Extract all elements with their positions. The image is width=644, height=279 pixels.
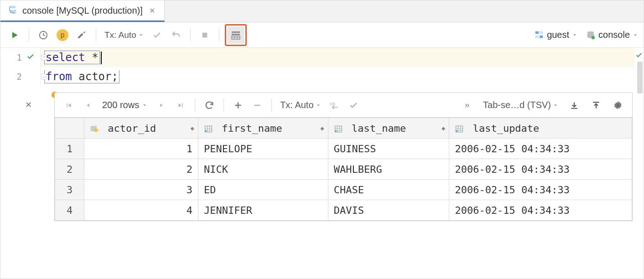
cell-last-update[interactable]: 2006-02-15 04:34:33 — [449, 139, 632, 159]
table-row[interactable]: 33EDCHASE2006-02-15 04:34:33 — [55, 180, 632, 200]
column-icon — [334, 124, 343, 134]
tx-mode-dropdown[interactable]: Tx: Auto — [102, 30, 146, 40]
stop-button[interactable] — [196, 26, 213, 44]
svg-point-26 — [205, 130, 207, 132]
column-name: actor_id — [108, 123, 156, 134]
export-format-label: Tab-se…d (TSV) — [483, 100, 551, 110]
table-settings-button[interactable] — [609, 97, 627, 114]
cell-first-name[interactable]: PENELOPE — [198, 139, 328, 159]
in-editor-results-toggle[interactable] — [225, 24, 247, 46]
cell-last-update[interactable]: 2006-02-15 04:34:33 — [449, 200, 632, 221]
cell-last-update[interactable]: 2006-02-15 04:34:33 — [449, 159, 632, 180]
fold-handle-icon[interactable] — [41, 54, 47, 62]
main-toolbar: p Tx: Auto guest — [0, 22, 644, 48]
separator — [271, 99, 272, 112]
tab-console[interactable]: console [MySQL (production)] ✕ — [0, 0, 165, 22]
row-number: 2 — [55, 159, 84, 180]
import-button[interactable] — [587, 97, 605, 114]
cell-last-update[interactable]: 2006-02-15 04:34:33 — [449, 180, 632, 200]
close-results-button[interactable]: ✕ — [25, 100, 32, 110]
check-icon — [26, 52, 35, 62]
first-page-button[interactable] — [60, 97, 78, 114]
chevron-down-icon — [142, 103, 147, 108]
cell-last-name[interactable]: DAVIS — [328, 200, 449, 221]
rows-count-label: 200 rows — [102, 100, 139, 110]
svg-rect-11 — [540, 35, 543, 38]
results-tx-dropdown[interactable]: Tx: Auto — [277, 100, 323, 110]
svg-rect-2 — [232, 31, 240, 33]
editor-gutter: 1 2 — [0, 48, 41, 86]
settings-button[interactable] — [73, 26, 90, 44]
export-button[interactable] — [566, 97, 583, 114]
parameters-button[interactable]: p — [54, 26, 71, 44]
code-line[interactable]: from actor; — [41, 67, 644, 86]
cell-last-name[interactable]: WAHLBERG — [328, 159, 449, 180]
cell-first-name[interactable]: NICK — [198, 159, 328, 180]
column-header-last-name[interactable]: last_name ◆ — [328, 118, 449, 139]
svg-point-38 — [456, 130, 457, 132]
last-page-button[interactable] — [172, 97, 189, 114]
table-row[interactable]: 11PENELOPEGUINESS2006-02-15 04:34:33 — [55, 139, 632, 159]
svg-point-13 — [592, 36, 595, 39]
svg-rect-3 — [232, 34, 240, 35]
scrollbar[interactable] — [637, 62, 643, 93]
chevron-down-icon — [633, 32, 638, 38]
sort-icon[interactable]: ◆ — [191, 124, 194, 132]
rollback-button[interactable] — [167, 26, 185, 44]
sql-editor[interactable]: 1 2 select * from actor; — [0, 48, 644, 86]
add-row-button[interactable] — [229, 97, 247, 114]
tx-mode-label: Tx: Auto — [104, 30, 136, 40]
commit-results-button[interactable] — [345, 97, 362, 114]
session-selector[interactable]: console — [586, 30, 638, 40]
code-line[interactable]: select * — [41, 48, 644, 67]
submit-button[interactable]: DB — [326, 97, 343, 114]
row-number-header[interactable] — [55, 118, 84, 139]
sort-icon[interactable]: ◆ — [320, 124, 324, 132]
close-icon[interactable]: ✕ — [147, 6, 157, 15]
cell-last-name[interactable]: GUINESS — [328, 139, 449, 159]
rows-count-dropdown[interactable]: 200 rows — [99, 100, 151, 110]
cell-last-name[interactable]: CHASE — [328, 180, 449, 200]
sort-icon[interactable]: ◆ — [441, 124, 445, 132]
table-row[interactable]: 44JENNIFERDAVIS2006-02-15 04:34:33 — [55, 200, 632, 221]
check-icon — [635, 52, 643, 60]
chevron-down-icon — [316, 103, 321, 108]
cell-actor-id[interactable]: 1 — [84, 139, 198, 159]
results-panel: 200 rows Tx: Auto DB » Tab-se…d (TSV) — [54, 93, 633, 221]
column-header-first-name[interactable]: first_name ◆ — [198, 118, 328, 139]
column-header-last-update[interactable]: last_update — [449, 118, 632, 139]
primary-key-icon — [90, 124, 99, 134]
history-button[interactable] — [35, 26, 52, 44]
datasource-icon — [586, 30, 596, 40]
schema-name: guest — [547, 30, 569, 40]
commit-button[interactable] — [148, 26, 166, 44]
svg-rect-20 — [97, 129, 99, 130]
column-header-actor-id[interactable]: actor_id ◆ — [84, 118, 198, 139]
next-page-button[interactable] — [153, 97, 170, 114]
text-cursor — [101, 52, 102, 64]
remove-row-button[interactable] — [249, 97, 266, 114]
separator — [219, 29, 219, 41]
cell-first-name[interactable]: JENNIFER — [198, 200, 328, 221]
cell-actor-id[interactable]: 4 — [84, 200, 198, 221]
svg-point-32 — [335, 130, 337, 132]
chevron-down-icon — [553, 103, 558, 108]
export-format-dropdown[interactable]: Tab-se…d (TSV) — [480, 100, 561, 110]
prev-page-button[interactable] — [79, 97, 97, 114]
cell-first-name[interactable]: ED — [198, 180, 328, 200]
svg-rect-9 — [540, 31, 543, 34]
cell-actor-id[interactable]: 3 — [84, 180, 198, 200]
results-toolbar: 200 rows Tx: Auto DB » Tab-se…d (TSV) — [55, 93, 632, 118]
more-button[interactable]: » — [458, 97, 476, 114]
database-icon — [8, 5, 18, 17]
cell-actor-id[interactable]: 2 — [84, 159, 198, 180]
fold-handle-icon[interactable] — [41, 73, 47, 81]
schema-selector[interactable]: guest — [534, 30, 577, 40]
column-name: last_name — [352, 123, 406, 134]
keyword: select — [46, 51, 85, 64]
svg-rect-1 — [202, 32, 207, 37]
table-row[interactable]: 22NICKWAHLBERG2006-02-15 04:34:33 — [55, 159, 632, 180]
column-icon — [455, 124, 464, 134]
reload-button[interactable] — [201, 97, 218, 114]
run-button[interactable] — [6, 26, 23, 44]
